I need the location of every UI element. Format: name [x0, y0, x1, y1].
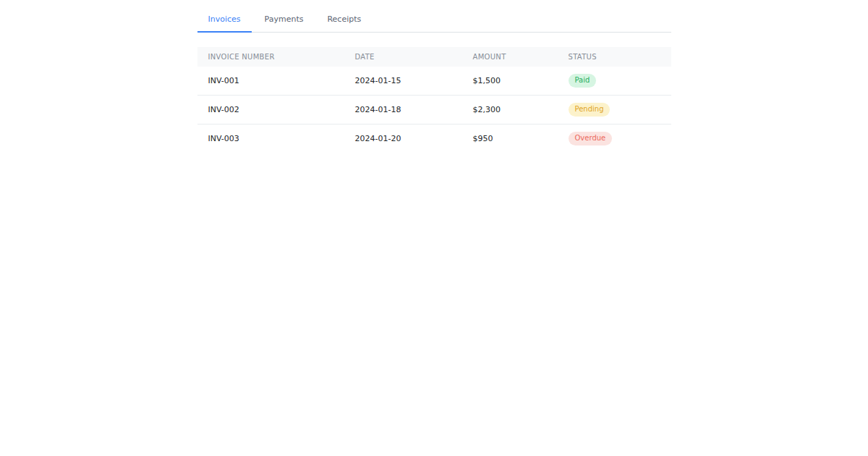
table-row: INV-003 2024-01-20 $950 Overdue — [197, 124, 671, 153]
invoice-number-cell: INV-003 — [197, 124, 344, 153]
table-header-row: INVOICE NUMBER DATE AMOUNT STATUS — [197, 47, 671, 67]
column-header-invoice-number: INVOICE NUMBER — [197, 47, 344, 67]
date-cell: 2024-01-15 — [344, 67, 462, 96]
invoice-number-cell: INV-001 — [197, 67, 344, 96]
amount-cell: $1,500 — [462, 67, 558, 96]
status-badge: Pending — [569, 103, 610, 117]
tab-bar: Invoices Payments Receipts — [197, 9, 671, 33]
column-header-status: STATUS — [558, 47, 671, 67]
status-cell: Overdue — [558, 124, 671, 153]
table-row: INV-002 2024-01-18 $2,300 Pending — [197, 96, 671, 124]
tab-payments[interactable]: Payments — [254, 9, 315, 33]
table-row: INV-001 2024-01-15 $1,500 Paid — [197, 67, 671, 96]
date-cell: 2024-01-20 — [344, 124, 462, 153]
status-badge: Paid — [569, 74, 597, 88]
amount-cell: $950 — [462, 124, 558, 153]
amount-cell: $2,300 — [462, 96, 558, 124]
invoices-table-wrapper: INVOICE NUMBER DATE AMOUNT STATUS INV-00… — [197, 47, 671, 153]
column-header-amount: AMOUNT — [462, 47, 558, 67]
content-container: Invoices Payments Receipts INVOICE NUMBE… — [197, 9, 671, 153]
invoice-number-cell: INV-002 — [197, 96, 344, 124]
invoices-table: INVOICE NUMBER DATE AMOUNT STATUS INV-00… — [197, 47, 671, 153]
date-cell: 2024-01-18 — [344, 96, 462, 124]
status-cell: Pending — [558, 96, 671, 124]
status-badge: Overdue — [569, 132, 613, 145]
tab-receipts[interactable]: Receipts — [316, 9, 372, 33]
column-header-date: DATE — [344, 47, 462, 67]
status-cell: Paid — [558, 67, 671, 96]
tab-invoices[interactable]: Invoices — [197, 9, 252, 33]
